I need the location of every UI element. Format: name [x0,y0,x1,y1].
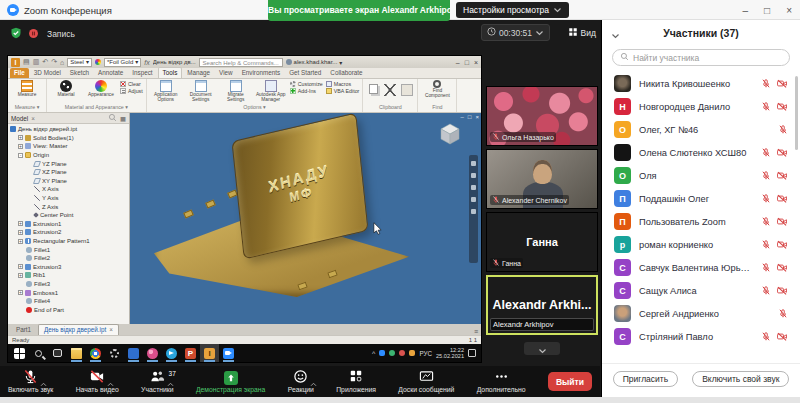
mic-muted-icon[interactable] [778,121,788,139]
tree-item-end-of-part[interactable]: End of Part [8,305,129,314]
toolbar-more-button[interactable]: Дополнительно [477,371,526,393]
camera-off-icon[interactable] [776,98,788,116]
inventor-restore-button[interactable]: □ [465,59,469,66]
viewport-close-button[interactable]: × [475,114,479,120]
view-layout-button[interactable]: Вид [568,24,596,41]
video-tile-item[interactable]: ГаннаГанна [486,212,598,272]
tree-item-z-axis[interactable]: Z Axis [8,202,129,211]
toolbar-video-button[interactable]: Начать видео [76,371,119,393]
tree-item-x-axis[interactable]: X Axis [8,185,129,194]
open-icon[interactable]: ▤ [23,58,30,66]
mic-muted-icon[interactable] [761,167,771,185]
participant-row-item[interactable]: рроман корниенко [602,233,800,256]
taskbar-search-icon[interactable] [29,344,48,362]
invite-button[interactable]: Пригласить [613,371,679,387]
participant-row-item[interactable]: ССавчук Валентина Юрьевна [602,256,800,279]
doc-tab-part1[interactable]: Part1 [11,325,36,335]
mic-muted-icon[interactable] [761,190,771,208]
tree-expand-icon[interactable]: + [18,230,23,235]
inventor-tab-annotate[interactable]: Annotate [94,68,127,78]
camera-off-icon[interactable] [776,328,788,346]
tree-item-fillet2[interactable]: Fillet2 [8,254,129,263]
doc-tab-active[interactable]: День відкр дверей.ipt × [38,324,119,335]
ribbon-group-caption[interactable]: Options ▾ [150,104,360,112]
ribbon-button-vba-editor[interactable]: VBA Editor [326,88,360,94]
inventor-close-button[interactable]: × [474,59,478,66]
ribbon-group-caption[interactable]: Material and Appearance ▾ [50,104,143,112]
ribbon-button-adjust[interactable]: Adjust [120,88,143,94]
mic-muted-icon[interactable] [761,328,771,346]
ribbon-button-migrate-settings[interactable]: Migrate Settings [220,80,252,102]
participant-row-item[interactable]: ННовгородцев Данило [602,95,800,118]
save-icon[interactable]: ▥ [33,58,40,66]
tree-expand-icon[interactable]: + [18,135,23,140]
inventor-tab-sketch[interactable]: Sketch [66,68,93,78]
browser-tab-model[interactable]: Model [11,115,28,122]
camera-off-icon[interactable] [776,144,788,162]
video-tile-alexander-chernikov[interactable]: Alexander Chernikov [486,149,598,209]
notification-center-icon[interactable] [468,349,476,357]
account-menu[interactable]: alex.khad.khar...▾ [286,59,343,66]
chevron-up-icon[interactable] [310,373,317,391]
mic-muted-icon[interactable] [761,75,771,93]
tray-app-icon[interactable] [379,350,385,356]
chevron-up-icon[interactable] [107,373,114,391]
leave-button[interactable]: Выйти [548,372,592,391]
mic-muted-icon[interactable] [761,98,771,116]
tree-item-origin[interactable]: -Origin [8,151,129,160]
tree-item-y-axis[interactable]: Y Axis [8,194,129,203]
participant-row-80[interactable]: Олена Слютенко ХСШ80 [602,141,800,164]
inventor-tab-view[interactable]: View [215,68,237,78]
tree-item-yz-plane[interactable]: YZ Plane [8,159,129,168]
camera-off-icon[interactable] [776,236,788,254]
ribbon-group-caption[interactable]: Clipboard [366,104,414,112]
tree-item-rib1[interactable]: +Rib1 [8,271,129,280]
close-button[interactable]: × [786,5,792,16]
taskbar-photos-icon[interactable] [143,344,162,362]
taskbar-bluedoc-icon[interactable] [124,344,143,362]
tree-expand-icon[interactable]: + [18,264,23,269]
mic-muted-icon[interactable] [761,213,771,231]
inventor-tab-file[interactable]: File [10,68,29,78]
ribbon-button-autodesk-app-manager[interactable]: Autodesk App Manager [255,80,287,102]
browser-close-icon[interactable]: × [31,115,35,122]
scrollbar[interactable] [795,76,798,150]
tree-item-view-master[interactable]: +View: Master [8,142,129,151]
browser-filter-icon[interactable]: ▦ [120,115,126,122]
mic-muted-icon[interactable] [761,144,771,162]
participant-row-item[interactable]: Сергей Андриенко [602,302,800,325]
ribbon-button-measure[interactable]: Measure [11,80,43,97]
taskbar-chrome-icon[interactable] [86,344,105,362]
camera-off-icon[interactable] [776,282,788,300]
tree-item-fillet4[interactable]: Fillet4 [8,297,129,306]
inventor-tab-tools[interactable]: Tools [158,67,183,78]
inventor-tab-get-started[interactable]: Get Started [285,68,325,78]
panel-collapse-icon[interactable] [611,29,620,41]
chevron-up-icon[interactable] [167,373,174,391]
toolbar-mute-button[interactable]: Включить звук [8,371,53,393]
camera-off-icon[interactable] [776,259,788,277]
tree-expand-icon[interactable]: + [18,239,23,244]
ribbon-button-application-options[interactable]: Application Options [150,80,182,102]
undo-icon[interactable]: ↶ [42,58,48,66]
participant-row-46[interactable]: ООлег, ХГ №46 [602,118,800,141]
ribbon-button-add-ins[interactable]: Add-Ins [290,88,323,94]
tree-item-xz-plane[interactable]: XZ Plane [8,168,129,177]
inventor-tab-environments[interactable]: Environments [238,68,285,78]
help-search-input[interactable]: Search Help & Commands... [199,58,283,67]
camera-off-icon[interactable] [776,75,788,93]
inventor-tab-manage[interactable]: Manage [183,68,214,78]
toolbar-apps-button[interactable]: Приложения [336,371,376,393]
parameters-fx-icon[interactable]: fx [144,59,149,66]
tree-item-ipt[interactable]: День відкр дверей.ipt [8,125,129,134]
taskbar-start-icon[interactable] [10,344,29,362]
taskbar-explorer-icon[interactable] [67,344,86,362]
tray-expand-icon[interactable]: ^ [372,350,375,357]
viewport[interactable]: – □ × [130,113,481,324]
ribbon-button-cut[interactable] [383,80,397,96]
tree-expand-icon[interactable]: + [18,290,23,295]
tree-item-center-point[interactable]: Center Point [8,211,129,220]
tree-item-rectangular-pattern1[interactable]: +Rectangular Pattern1 [8,237,129,246]
ribbon-group-caption[interactable]: Measure ▾ [11,104,43,112]
viewport-restore-button[interactable]: □ [468,114,472,120]
